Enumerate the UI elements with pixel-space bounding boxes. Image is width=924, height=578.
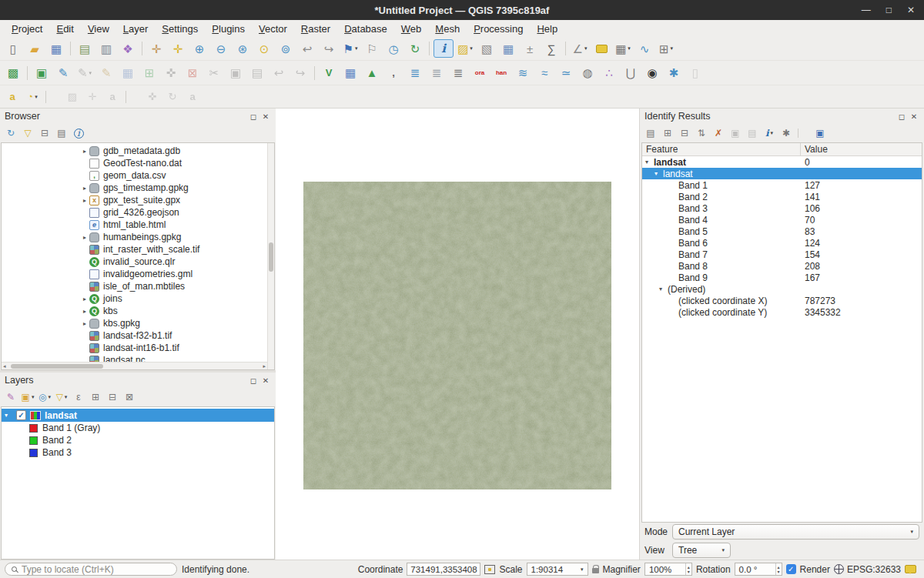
identify-result-row[interactable]: Band 7 154 [642,249,922,260]
spin-down-icon[interactable]: ▾ [778,570,780,574]
paste-features-icon[interactable]: ▤ [247,64,267,82]
add-point-cloud-layer-icon[interactable]: ∴ [599,64,619,82]
delete-selected-icon[interactable]: ⊠ [182,64,203,82]
collapse-all-layers-icon[interactable]: ⊟ [105,389,120,405]
spin-down-icon[interactable]: ▾ [688,570,690,574]
map-canvas[interactable] [276,109,639,560]
expand-tree-icon[interactable]: ⊞ [660,125,675,141]
identify-result-row[interactable]: ▾ landsat 0 [642,156,922,168]
highlight-unplaced-labels-icon[interactable]: ▨ [63,89,82,105]
menu-project[interactable]: Project [5,22,49,36]
identify-mode-select[interactable]: Current Layer ▾ [672,524,919,540]
float-panel-icon[interactable]: ◻ [896,112,907,121]
toggle-editing-icon[interactable]: ✎ [96,64,116,82]
browser-item[interactable]: landsat-f32-b1.tif [2,329,267,342]
menu-mesh[interactable]: Mesh [428,22,467,36]
add-wcs-layer-icon[interactable]: ≈ [534,64,554,82]
zoom-last-icon[interactable]: ↩ [297,39,317,58]
browser-item[interactable]: isle_of_man.mbtiles [2,280,267,292]
menu-help[interactable]: Help [530,22,564,36]
identify-mode-icon[interactable]: i ▾ [762,125,777,141]
pin-unpin-labels-icon[interactable]: ✛ [83,89,102,105]
metasearch-icon[interactable]: ◉ [642,64,662,82]
collapse-tree-icon[interactable]: ⊟ [677,125,692,141]
menu-processing[interactable]: Processing [467,22,530,36]
column-header-value[interactable]: Value [801,144,922,155]
identify-features-icon[interactable]: i [434,39,454,58]
scrollbar-thumb[interactable] [11,364,103,369]
filter-legend-by-expression-icon[interactable]: ε [71,389,86,405]
column-header-feature[interactable]: Feature [642,143,801,155]
add-delimited-text-layer-icon[interactable]: , [383,64,403,82]
browser-item[interactable]: ▸ kbs.gpkg [2,317,267,329]
layer-diagram-options-icon[interactable]: ◔ ▾ [23,89,42,105]
add-feature-icon[interactable]: ⊞ [139,64,159,82]
collapse-all-icon[interactable]: ⊟ [37,125,52,141]
browser-item[interactable]: grid_4326.geojson [2,206,267,219]
browser-hscrollbar[interactable]: ◂ ▸ [2,362,267,369]
refresh-map-icon[interactable]: ↻ [405,39,425,58]
locate-input[interactable]: Type to locate (Ctrl+K) [5,563,177,576]
layer-band-item[interactable]: Band 2 [2,434,274,446]
new-print-layout-icon[interactable]: ▤ [75,39,95,58]
cut-features-icon[interactable]: ✂ [204,64,224,82]
add-wms-wmts-layer-icon[interactable]: ≋ [513,64,533,82]
move-label-icon[interactable]: ✜ [143,89,162,105]
browser-item[interactable]: ▸ Q kbs [2,305,267,317]
save-layer-edits-icon[interactable]: ▦ [118,64,138,82]
menu-raster[interactable]: Raster [294,22,337,36]
manage-map-themes-icon[interactable]: ◎ ▾ [37,389,52,405]
magnifier-spinbox[interactable]: 100% ▴ ▾ [644,563,692,576]
save-project-icon[interactable]: ▦ [46,39,66,58]
menu-plugins[interactable]: Plugins [205,22,252,36]
filter-legend-icon[interactable]: ▽ ▾ [54,389,69,405]
add-group-icon[interactable]: ▣ ▾ [20,389,35,405]
browser-item[interactable]: Q invalid_source.qlr [2,256,267,268]
pan-to-selection-icon[interactable]: ✛ [168,39,188,58]
add-hana-layer-icon[interactable]: han [491,64,511,82]
zoom-to-selection-icon[interactable]: ⊙ [254,39,274,58]
zoom-next-icon[interactable]: ↪ [319,39,339,58]
move-feature-icon[interactable]: ✜ [161,64,181,82]
style-manager-icon[interactable]: ❖ [118,39,138,58]
copy-features-icon[interactable]: ▣ [226,64,246,82]
elevation-profile-icon[interactable]: ∿ [634,39,654,58]
deselect-features-icon[interactable]: ▧ [477,39,497,58]
filter-browser-icon[interactable]: ▽ [20,125,35,141]
identify-result-row[interactable]: (clicked coordinate X) 787273 [642,295,922,306]
new-shapefile-layer-icon[interactable]: ✎ [53,64,73,82]
add-wfs-layer-icon[interactable]: ≃ [556,64,576,82]
add-arcgis-rest-layer-icon[interactable]: ◍ [578,64,598,82]
menu-database[interactable]: Database [337,22,394,36]
close-panel-icon[interactable]: ✕ [909,112,919,121]
identify-result-row[interactable]: Band 6 124 [642,237,922,249]
temporal-controller-icon[interactable]: ◷ [383,39,403,58]
browser-item[interactable]: int_raster_with_scale.tif [2,243,267,256]
properties-widget-icon[interactable]: ▤ [54,125,69,141]
scale-select[interactable]: 1:90314 ▾ [527,563,588,576]
lock-scale-icon[interactable] [592,568,599,573]
menu-vector[interactable]: Vector [252,22,294,36]
crs-status-button[interactable]: EPSG:32633 [834,564,901,575]
layer-visibility-checkbox[interactable]: ✓ [16,410,26,420]
log-messages-icon[interactable] [905,565,916,573]
identify-result-row[interactable]: ▾ landsat [642,168,922,179]
browser-item[interactable]: e html_table.html [2,219,267,231]
browser-info-icon[interactable]: i [71,125,86,141]
processing-toolbox-icon[interactable]: ✱ [664,64,684,82]
add-virtual-layer-icon[interactable]: ⋃ [621,64,641,82]
rotation-spinbox[interactable]: 0.0 ° ▴ ▾ [735,563,782,576]
identify-result-row[interactable]: Band 3 106 [642,202,922,214]
new-map-view-icon[interactable]: ⊞ ▾ [656,39,676,58]
browser-item[interactable]: ▸ gps_timestamp.gpkg [2,182,267,194]
add-mssql-layer-icon[interactable]: ≣ [448,64,468,82]
refresh-browser-icon[interactable]: ↻ [3,125,18,141]
add-raster-layer-icon[interactable]: ▦ [340,64,360,82]
new-3d-map-view-icon[interactable]: ▦ ▾ [613,39,633,58]
browser-item[interactable]: ▸ humanbeings.gpkg [2,231,267,243]
current-edits-icon[interactable]: ✎ ▾ [75,64,95,82]
scrollbar-thumb[interactable] [269,242,273,272]
add-oracle-layer-icon[interactable]: ora [470,64,490,82]
identify-result-row[interactable]: Band 2 141 [642,191,922,202]
close-panel-icon[interactable]: ✕ [260,112,271,121]
